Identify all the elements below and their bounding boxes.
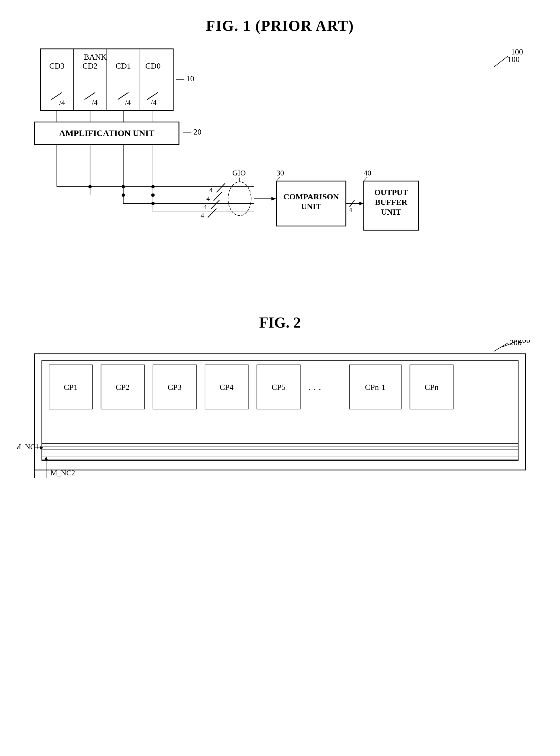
- svg-point-48: [151, 202, 155, 205]
- svg-rect-63: [364, 181, 419, 230]
- svg-text:— 20: — 20: [183, 128, 201, 137]
- svg-rect-73: [49, 365, 92, 409]
- svg-text:BANK: BANK: [84, 53, 107, 61]
- fig2-svg: CP1 CP2 CP3 CP4 CP5 . . . CPn-1 CPn: [17, 340, 543, 478]
- svg-text:OUTPUT: OUTPUT: [374, 188, 408, 197]
- svg-text:/4: /4: [151, 99, 157, 107]
- ref-200: 200: [491, 340, 525, 356]
- svg-text:CD3: CD3: [49, 61, 64, 70]
- svg-text:. . .: . . .: [308, 381, 321, 392]
- svg-text:/4: /4: [92, 99, 97, 107]
- svg-text:4: 4: [349, 206, 352, 213]
- svg-point-45: [151, 185, 155, 188]
- svg-text:BUFFER: BUFFER: [375, 198, 407, 207]
- svg-rect-54: [276, 181, 345, 226]
- svg-text:/4: /4: [59, 99, 65, 107]
- svg-rect-79: [205, 365, 248, 409]
- svg-rect-0: [40, 49, 173, 111]
- svg-rect-75: [101, 365, 144, 409]
- page-title: FIG. 1 (PRIOR ART): [0, 0, 560, 34]
- svg-text:UNIT: UNIT: [301, 202, 322, 211]
- svg-line-9: [51, 93, 62, 99]
- svg-line-32: [217, 183, 225, 192]
- svg-point-49: [228, 182, 251, 216]
- svg-line-13: [118, 93, 128, 99]
- svg-text:CPn: CPn: [424, 383, 439, 391]
- svg-rect-71: [35, 354, 525, 470]
- svg-line-60: [349, 200, 355, 207]
- svg-text:CD2: CD2: [82, 61, 98, 70]
- svg-text:AMPLIFICATION UNIT: AMPLIFICATION UNIT: [59, 129, 155, 138]
- svg-text:30: 30: [276, 169, 284, 177]
- svg-text:CP2: CP2: [116, 383, 129, 391]
- svg-text:4: 4: [206, 195, 210, 202]
- svg-point-47: [151, 193, 155, 197]
- svg-text:M_NC1: M_NC1: [17, 443, 39, 451]
- svg-text:4: 4: [209, 186, 213, 194]
- svg-line-38: [211, 200, 219, 209]
- svg-text:COMPARISON: COMPARISON: [283, 192, 339, 201]
- svg-line-69: [494, 343, 508, 351]
- svg-text:— 10: — 10: [176, 74, 194, 83]
- svg-point-46: [122, 193, 125, 197]
- svg-point-44: [122, 185, 125, 188]
- svg-text:UNIT: UNIT: [381, 208, 401, 217]
- svg-point-43: [88, 185, 92, 188]
- svg-marker-62: [359, 202, 364, 205]
- svg-rect-89: [42, 444, 518, 461]
- svg-line-18: [494, 56, 508, 67]
- svg-rect-72: [42, 361, 518, 461]
- svg-rect-86: [410, 365, 453, 409]
- svg-text:CPn-1: CPn-1: [365, 383, 386, 391]
- svg-line-15: [147, 93, 158, 99]
- svg-marker-94: [40, 446, 43, 450]
- svg-text:CD1: CD1: [116, 61, 131, 70]
- svg-text:4: 4: [203, 203, 207, 211]
- ref-100: 100: [507, 55, 520, 64]
- svg-text:CD0: CD0: [145, 61, 161, 70]
- svg-rect-81: [257, 365, 300, 409]
- svg-text:4: 4: [201, 211, 204, 219]
- fig2-label: FIG. 2: [0, 314, 560, 331]
- svg-line-58: [276, 177, 280, 181]
- svg-text:GIO: GIO: [232, 169, 245, 177]
- svg-line-35: [214, 191, 222, 201]
- svg-rect-84: [349, 365, 401, 409]
- svg-text:CP3: CP3: [168, 383, 182, 391]
- svg-line-68: [364, 177, 367, 181]
- svg-rect-20: [35, 122, 179, 144]
- svg-text:CP4: CP4: [220, 383, 234, 391]
- svg-text:/4: /4: [125, 99, 131, 107]
- svg-rect-77: [153, 365, 196, 409]
- svg-text:200: 200: [509, 340, 522, 347]
- fig1-svg: BANK CD3 CD2 CD1 CD0 /4 /4 /4 /4 — 10 10…: [17, 46, 543, 277]
- svg-marker-53: [271, 197, 276, 201]
- svg-text:CP5: CP5: [272, 383, 285, 391]
- svg-line-41: [208, 209, 217, 218]
- svg-text:M_NC2: M_NC2: [51, 469, 75, 477]
- svg-text:CP1: CP1: [64, 383, 78, 391]
- svg-line-11: [84, 93, 95, 99]
- svg-text:40: 40: [364, 169, 371, 177]
- svg-marker-97: [44, 456, 48, 460]
